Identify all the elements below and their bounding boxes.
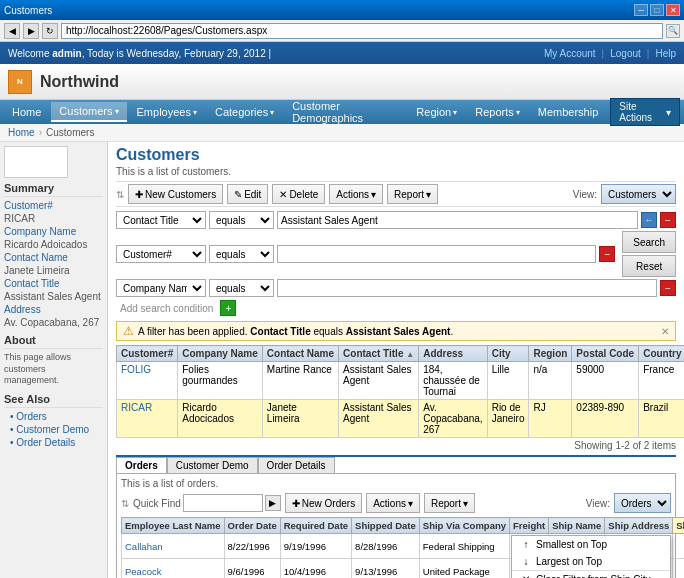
edit-button[interactable]: ✎Edit xyxy=(227,184,268,204)
nav-region[interactable]: Region▾ xyxy=(408,102,465,122)
customer-id-cell[interactable]: FOLIG xyxy=(117,362,178,400)
url-input[interactable] xyxy=(61,23,663,39)
nav-categories[interactable]: Categories▾ xyxy=(207,102,282,122)
smallest-on-top-item[interactable]: ↑ Smallest on Top xyxy=(512,536,670,553)
tab-orders[interactable]: Orders xyxy=(116,457,167,473)
reset-button[interactable]: Reset xyxy=(622,255,676,277)
sidebar-contact-label[interactable]: Contact Name xyxy=(4,252,103,263)
nav-reports[interactable]: Reports▾ xyxy=(467,102,528,122)
quick-find-label: Quick Find xyxy=(133,498,181,509)
orders-actions-button[interactable]: Actions▾ xyxy=(366,493,420,513)
chevron-down-icon: ▾ xyxy=(516,108,520,117)
th-ship-name: Ship Name xyxy=(549,518,605,534)
new-orders-button[interactable]: ✚New Orders xyxy=(285,493,362,513)
sidebar-customer-demo-link[interactable]: Customer Demo xyxy=(10,424,103,435)
contact-name-cell: JaneteLimeira xyxy=(262,400,338,438)
sidebar-title-label[interactable]: Contact Title xyxy=(4,278,103,289)
filter3-remove-button[interactable]: − xyxy=(660,280,676,296)
sidebar-address-label[interactable]: Address xyxy=(4,304,103,315)
content-area: Customers This is a list of customers. ⇅… xyxy=(108,142,684,578)
country-cell: Brazil xyxy=(639,400,684,438)
logo-text: N xyxy=(17,77,23,86)
nav-home[interactable]: Home xyxy=(4,102,49,122)
filter3-value[interactable] xyxy=(277,279,657,297)
back-button[interactable]: ◀ xyxy=(4,23,20,39)
orders-report-button[interactable]: Report▾ xyxy=(424,493,475,513)
delete-button[interactable]: ✕Delete xyxy=(272,184,325,204)
filter2-field[interactable]: Customer# xyxy=(116,245,206,263)
sidebar-company-value: Ricardo Adoicados xyxy=(4,239,103,250)
filter1-clear-button[interactable]: ← xyxy=(641,212,657,228)
help-link[interactable]: Help xyxy=(655,48,676,59)
largest-on-top-item[interactable]: ↓ Largest on Top xyxy=(512,553,670,570)
close-button[interactable]: ✕ xyxy=(666,4,680,16)
refresh-button[interactable]: ↻ xyxy=(42,23,58,39)
orders-sort-icon[interactable]: ⇅ xyxy=(121,498,129,509)
nav-bar: Home Customers▾ Employees▾ Categories▾ C… xyxy=(0,100,684,124)
search-button[interactable]: Search xyxy=(622,231,676,253)
breadcrumb-home[interactable]: Home xyxy=(8,127,35,138)
filter1-value[interactable] xyxy=(277,211,638,229)
sidebar-orders-link[interactable]: Orders xyxy=(10,411,103,422)
th-ship-city[interactable]: Ship City ▾ xyxy=(673,518,684,534)
orders-view-label: View: xyxy=(586,498,610,509)
orders-view-select[interactable]: Orders xyxy=(614,493,671,513)
customer-id-cell[interactable]: RICAR xyxy=(117,400,178,438)
sidebar-order-details-link[interactable]: Order Details xyxy=(10,437,103,448)
alert-bar: ⚠ A filter has been applied. Contact Tit… xyxy=(116,321,676,341)
window-controls: ─ □ ✕ xyxy=(634,4,680,16)
filter1-field[interactable]: Contact Title xyxy=(116,211,206,229)
sidebar-company-label[interactable]: Company Name xyxy=(4,226,103,237)
tab-order-details[interactable]: Order Details xyxy=(258,457,335,473)
nav-customers[interactable]: Customers▾ xyxy=(51,102,126,122)
filter2-op[interactable]: equals xyxy=(209,245,274,263)
tab-customer-demo[interactable]: Customer Demo xyxy=(167,457,258,473)
window-chrome: Customers ─ □ ✕ xyxy=(0,0,684,20)
table-row: FOLIG Folies gourmandes Martine Rance As… xyxy=(117,362,685,400)
sidebar-see-also-title: See Also xyxy=(4,393,103,408)
nav-membership[interactable]: Membership xyxy=(530,102,607,122)
th-postal-code: Postal Code xyxy=(572,346,639,362)
sort-icon[interactable]: ⇅ xyxy=(116,189,124,200)
add-condition-button[interactable]: + xyxy=(220,300,236,316)
filter2-value[interactable] xyxy=(277,245,596,263)
alert-close-button[interactable]: ✕ xyxy=(661,326,669,337)
nav-employees[interactable]: Employees▾ xyxy=(129,102,205,122)
sidebar-customer-id-value: RICAR xyxy=(4,213,103,224)
filter1-op[interactable]: equals xyxy=(209,211,274,229)
customers-showing: Showing 1-2 of 2 items xyxy=(116,440,676,451)
nav-customer-demographics[interactable]: Customer Demographics xyxy=(284,102,406,122)
view-select[interactable]: Customers xyxy=(601,184,676,204)
filter-actions: Search Reset xyxy=(622,231,676,277)
logout-link[interactable]: Logout xyxy=(610,48,641,59)
actions-button[interactable]: Actions▾ xyxy=(329,184,383,204)
sidebar-summary-title: Summary xyxy=(4,182,103,197)
minimize-button[interactable]: ─ xyxy=(634,4,648,16)
forward-button[interactable]: ▶ xyxy=(23,23,39,39)
search-icon[interactable]: 🔍 xyxy=(666,24,680,38)
sidebar-customer-id-label[interactable]: Customer# xyxy=(4,200,103,211)
filter3-op[interactable]: equals xyxy=(209,279,274,297)
th-contact-title[interactable]: Contact Title ▲ xyxy=(339,346,419,362)
report-button[interactable]: Report▾ xyxy=(387,184,438,204)
breadcrumb: Home › Customers xyxy=(0,124,684,142)
filter1-remove-button[interactable]: − xyxy=(660,212,676,228)
warning-icon: ⚠ xyxy=(123,324,134,338)
add-condition-label[interactable]: Add search condition xyxy=(116,299,217,317)
filter-area: Contact Title equals ← − Customer# equal… xyxy=(116,211,676,317)
filter2-remove-button[interactable]: − xyxy=(599,246,615,262)
maximize-button[interactable]: □ xyxy=(650,4,664,16)
site-actions-button[interactable]: Site Actions▾ xyxy=(610,98,680,126)
app-logo: N xyxy=(8,70,32,94)
chevron-down-icon: ▾ xyxy=(193,108,197,117)
alert-text: A filter has been applied. Contact Title… xyxy=(138,326,453,337)
quick-find-go-button[interactable]: ▶ xyxy=(265,495,281,511)
city-cell: Rio de Janeiro xyxy=(487,400,529,438)
welcome-text: Welcome admin, Today is Wednesday, Febru… xyxy=(8,48,271,59)
new-customers-button[interactable]: ✚New Customers xyxy=(128,184,223,204)
filter3-field[interactable]: Company Name xyxy=(116,279,206,297)
quick-find-input[interactable] xyxy=(183,494,263,512)
my-account-link[interactable]: My Account xyxy=(544,48,596,59)
add-condition-row: Add search condition + xyxy=(116,299,676,317)
clear-filter-item[interactable]: ✕ Clear Filter from Ship City xyxy=(512,570,670,578)
